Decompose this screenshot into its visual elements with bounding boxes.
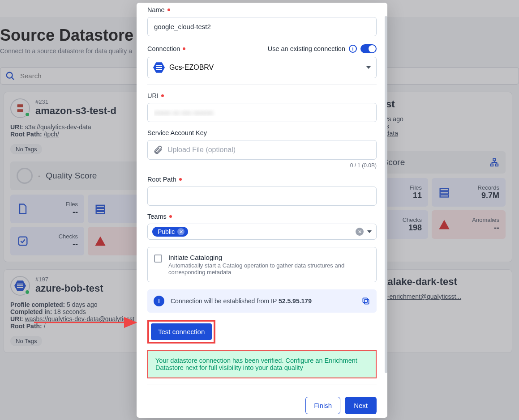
info-icon[interactable]: i <box>349 45 357 53</box>
ip-info-box: i Connection will be established from IP… <box>147 289 377 313</box>
success-message: Your datastore connection has been verif… <box>148 351 376 378</box>
svg-rect-15 <box>363 298 367 302</box>
uri-input[interactable] <box>147 103 377 122</box>
root-path-input[interactable] <box>147 187 377 206</box>
gcs-icon <box>153 62 165 73</box>
initiate-cataloging-option[interactable]: Initiate Cataloging Automatically start … <box>147 247 377 282</box>
sak-label: Service Account Key <box>147 129 377 136</box>
upload-file-input[interactable]: Upload File (optional) <box>147 140 377 160</box>
success-highlight: Your datastore connection has been verif… <box>147 350 377 378</box>
test-connection-highlight: Test connection <box>147 320 215 344</box>
info-icon: i <box>154 296 164 306</box>
connection-label: Connection <box>147 45 185 52</box>
svg-rect-14 <box>365 300 369 304</box>
use-existing-toggle[interactable] <box>360 44 377 53</box>
chip-remove-icon[interactable]: ✕ <box>177 228 184 235</box>
team-chip[interactable]: Public✕ <box>152 227 188 237</box>
test-connection-button[interactable]: Test connection <box>151 323 212 340</box>
chevron-down-icon <box>366 66 371 69</box>
teams-label: Teams <box>147 213 377 220</box>
connection-select[interactable]: Gcs-EZOBRV <box>147 57 377 78</box>
root-path-label: Root Path <box>147 176 377 183</box>
name-input[interactable] <box>147 17 377 36</box>
catalog-checkbox[interactable] <box>154 255 162 263</box>
add-datastore-modal: Name Connection Use an existing connecti… <box>137 3 387 418</box>
name-label: Name <box>147 6 377 13</box>
use-existing-label: Use an existing connection <box>268 45 345 52</box>
paperclip-icon <box>153 145 163 155</box>
next-button[interactable]: Next <box>345 397 377 414</box>
upload-meta: 0 / 1 (0.0B) <box>147 162 377 169</box>
copy-icon[interactable] <box>361 297 370 305</box>
uri-label: URI <box>147 92 377 99</box>
chevron-down-icon <box>367 230 372 233</box>
teams-select[interactable]: Public✕ ✕ <box>147 224 377 240</box>
scrollbar[interactable] <box>385 16 387 373</box>
clear-icon[interactable]: ✕ <box>356 228 364 236</box>
finish-button[interactable]: Finish <box>305 397 340 414</box>
annotation-arrow <box>34 316 142 329</box>
